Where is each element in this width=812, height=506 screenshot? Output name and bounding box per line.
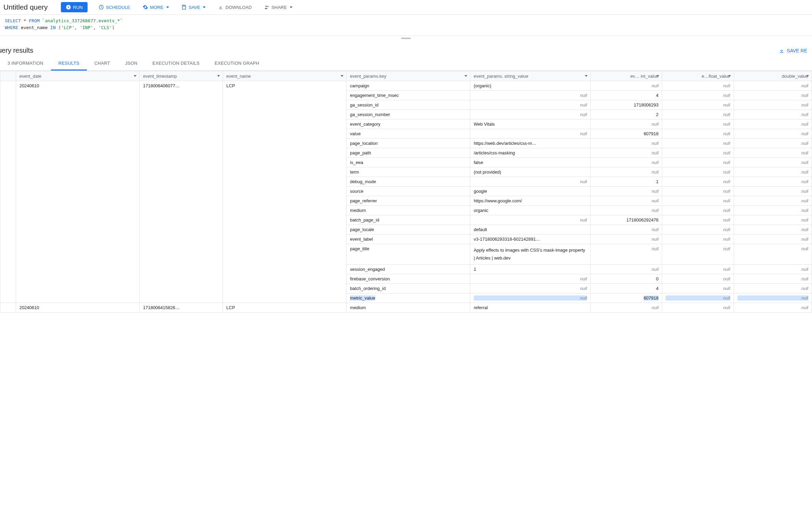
cell: session_engaged xyxy=(346,264,470,274)
cell: null xyxy=(662,187,734,196)
cell: null xyxy=(470,110,590,119)
sql-editor[interactable]: SELECT * FROM `analytics_337268677.event… xyxy=(0,15,812,36)
toolbar: Untitled query RUN SCHEDULE MORE SAVE DO… xyxy=(0,0,812,15)
cell: null xyxy=(662,110,734,119)
tab-job-information[interactable]: 3 INFORMATION xyxy=(0,56,51,71)
cell: null xyxy=(662,215,734,225)
cell: null xyxy=(662,264,734,274)
cell: null xyxy=(734,177,812,187)
col-event-name[interactable]: event_name xyxy=(223,71,346,81)
cell: null xyxy=(734,274,812,283)
col-event-params-string-value[interactable]: event_params. string_value xyxy=(470,71,590,81)
table-row: 202406101718006415826…LCPmediumreferraln… xyxy=(0,303,812,312)
cell: null xyxy=(734,139,812,148)
cell: null xyxy=(590,167,662,177)
cell: null xyxy=(662,119,734,129)
chevron-down-icon xyxy=(134,75,136,77)
more-button[interactable]: MORE xyxy=(141,2,170,12)
cell: null xyxy=(590,225,662,235)
cell: null xyxy=(734,225,812,235)
cell: null xyxy=(734,293,812,303)
chevron-down-icon xyxy=(290,7,292,8)
cell: batch_ordering_id xyxy=(346,283,470,293)
cell: 20240610 xyxy=(16,81,140,303)
cell: null xyxy=(734,196,812,206)
download-button[interactable]: DOWNLOAD xyxy=(217,2,253,12)
cell: null xyxy=(734,235,812,244)
cell: Apply effects to images with CSS's mask-… xyxy=(470,244,590,265)
cell: 1 xyxy=(470,264,590,274)
tab-execution-graph[interactable]: EXECUTION GRAPH xyxy=(207,56,267,71)
cell: null xyxy=(662,177,734,187)
cell: null xyxy=(590,81,662,91)
cell: null xyxy=(470,91,590,100)
cell: null xyxy=(590,148,662,158)
cell: null xyxy=(590,187,662,196)
cell: null xyxy=(734,167,812,177)
chevron-down-icon xyxy=(464,75,467,77)
run-button[interactable]: RUN xyxy=(61,2,88,12)
cell: null xyxy=(734,158,812,167)
cell: null xyxy=(470,293,590,303)
cell: null xyxy=(734,244,812,265)
col-event-params-float-value[interactable]: e…float_value xyxy=(662,71,734,81)
col-event-date[interactable]: event_date xyxy=(16,71,140,81)
cell: (organic) xyxy=(470,81,590,91)
cell: event_category xyxy=(346,119,470,129)
pane-splitter[interactable] xyxy=(0,36,812,40)
save-button[interactable]: SAVE xyxy=(180,2,207,12)
cell: 607918 xyxy=(590,293,662,303)
cell: referral xyxy=(470,303,590,312)
cell: source xyxy=(346,187,470,196)
cell: term xyxy=(346,167,470,177)
tab-execution-details[interactable]: EXECUTION DETAILS xyxy=(145,56,207,71)
cell: null xyxy=(734,283,812,293)
cell: null xyxy=(662,235,734,244)
cell: https://web.dev/articles/css-m… xyxy=(470,139,590,148)
tab-json[interactable]: JSON xyxy=(118,56,145,71)
col-event-params-key[interactable]: event_params.key xyxy=(346,71,470,81)
cell: metric_value xyxy=(346,293,470,303)
cell: organic xyxy=(470,206,590,215)
cell: event_label xyxy=(346,235,470,244)
play-icon xyxy=(66,4,71,10)
cell: is_eea xyxy=(346,158,470,167)
share-button[interactable]: SHARE xyxy=(263,2,294,12)
cell: null xyxy=(590,244,662,265)
cell: v3-1718006293318-602142891… xyxy=(470,235,590,244)
save-results-button[interactable]: SAVE RE xyxy=(778,48,807,54)
col-row-number[interactable] xyxy=(0,71,16,81)
col-event-timestamp[interactable]: event_timestamp xyxy=(140,71,223,81)
cell: null xyxy=(734,215,812,225)
cell: null xyxy=(662,303,734,312)
clock-icon xyxy=(99,4,104,10)
cell: null xyxy=(470,274,590,283)
cell: null xyxy=(662,225,734,235)
cell: null xyxy=(590,206,662,215)
cell: null xyxy=(662,196,734,206)
cell: medium xyxy=(346,303,470,312)
query-title[interactable]: Untitled query xyxy=(3,3,48,11)
cell: false xyxy=(470,158,590,167)
cell: null xyxy=(662,148,734,158)
schedule-button[interactable]: SCHEDULE xyxy=(97,2,132,12)
cell: 20240610 xyxy=(16,303,140,312)
cell: null xyxy=(470,215,590,225)
cell: medium xyxy=(346,206,470,215)
cell: null xyxy=(734,110,812,119)
col-event-params-double-value[interactable]: double_value xyxy=(734,71,812,81)
cell: null xyxy=(662,100,734,110)
cell: null xyxy=(734,148,812,158)
cell: 1718006406077… xyxy=(140,81,223,303)
cell: page_referrer xyxy=(346,196,470,206)
cell: firebase_conversion xyxy=(346,274,470,283)
cell: campaign xyxy=(346,81,470,91)
cell: 4 xyxy=(590,91,662,100)
tab-chart[interactable]: CHART xyxy=(87,56,118,71)
col-event-params-int-value[interactable]: ev… int_value xyxy=(590,71,662,81)
cell: default xyxy=(470,225,590,235)
tab-results[interactable]: RESULTS xyxy=(51,56,87,71)
cell-row-number xyxy=(0,81,16,303)
cell: null xyxy=(662,158,734,167)
cell: null xyxy=(590,139,662,148)
